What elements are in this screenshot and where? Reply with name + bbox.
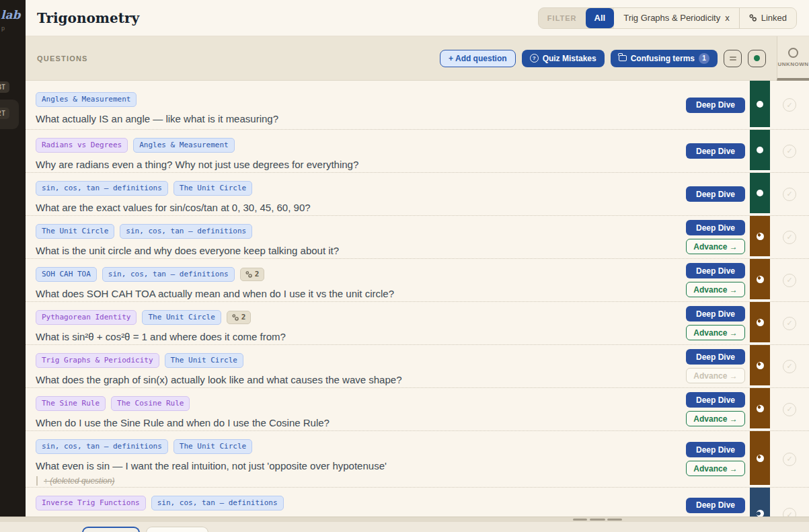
question-row[interactable]: Angles & Measurement What actually IS an… [26,81,809,130]
topic-tag[interactable]: The Unit Circle [142,310,221,325]
folder-icon [619,55,627,61]
advance-button[interactable]: Advance → [686,325,745,340]
question-row[interactable]: Pythagorean Identity The Unit Circle 2 W… [26,302,809,345]
topic-tag[interactable]: Trig Graphs & Periodicity [36,353,159,368]
unknown-column-header[interactable]: UNKNOWN [777,36,809,81]
deep-dive-button[interactable]: Deep Dive [686,186,745,202]
topic-tag[interactable]: sin, cos, tan — definitions [151,496,284,510]
topic-tag[interactable]: sin, cos, tan — definitions [120,224,252,239]
question-row[interactable]: The Sine Rule The Cosine Rule When do I … [26,388,809,431]
sidebar-item-badge-2[interactable]: 2T [0,108,9,119]
unknown-check-cell[interactable]: ✓ [770,431,809,487]
topic-tag[interactable]: The Unit Circle [174,439,252,454]
filter-topic-chip[interactable]: Trig Graphs & Periodicity x [614,8,739,28]
question-row[interactable]: sin, cos, tan — definitions The Unit Cir… [26,173,809,216]
deep-dive-button[interactable]: Deep Dive [686,498,745,513]
status-strip-cell[interactable] [750,431,770,487]
question-row[interactable]: sin, cos, tan — definitions The Unit Cir… [26,431,809,488]
unknown-check-cell[interactable]: ✓ [770,302,809,344]
unknown-check-cell[interactable]: ✓ [770,259,809,301]
status-strip-cell[interactable] [750,173,770,215]
check-circle-icon: ✓ [783,403,796,416]
scrollbar-segment[interactable] [607,519,622,521]
partial-button-secondary[interactable] [146,527,208,532]
linked-count-chip[interactable]: 2 [227,311,252,324]
check-circle-icon: ✓ [783,508,796,517]
topic-tag[interactable]: The Sine Rule [36,396,106,411]
status-strip-cell[interactable] [750,302,770,344]
questions-list: Angles & Measurement What actually IS an… [26,81,809,517]
topic-tag[interactable]: Angles & Measurement [36,92,137,107]
unknown-check-cell[interactable]: ✓ [770,81,809,129]
linked-count-chip[interactable]: 2 [240,268,265,281]
topic-tag[interactable]: The Unit Circle [174,181,252,196]
topic-tag[interactable]: Inverse Trig Functions [36,496,146,510]
advance-button[interactable]: Advance → [686,411,745,426]
advance-button[interactable]: Advance → [686,461,745,476]
status-strip-cell[interactable] [750,216,770,258]
deep-dive-button[interactable]: Deep Dive [686,143,745,159]
unknown-check-cell[interactable]: ✓ [770,388,809,430]
status-strip-cell[interactable] [750,130,770,172]
app-logo[interactable]: lab [1,8,20,22]
topic-tag[interactable]: sin, cos, tan — definitions [36,181,168,196]
status-strip-cell[interactable] [750,345,770,387]
deep-dive-button[interactable]: Deep Dive [686,306,745,321]
status-strip-cell[interactable] [750,259,770,301]
confusing-terms-label: Confusing terms [631,54,695,63]
status-strip-cell[interactable] [750,81,770,129]
scrollbar-segment[interactable] [573,519,587,521]
topic-tag[interactable]: The Unit Circle [165,353,243,368]
check-circle-icon: ✓ [783,231,796,244]
unknown-check-cell[interactable]: ✓ [770,216,809,258]
status-dot [757,101,763,108]
scrollbar-segment[interactable] [590,519,605,521]
topic-tag[interactable]: sin, cos, tan — definitions [36,439,168,454]
topic-tag[interactable]: sin, cos, tan — definitions [102,267,235,282]
list-view-button[interactable] [724,50,742,67]
partial-button-primary[interactable] [82,527,140,532]
filter-linked-button[interactable]: Linked [740,8,796,28]
topic-tag[interactable]: SOH CAH TOA [36,267,97,282]
filter-chip-remove-icon[interactable]: x [725,13,730,23]
unknown-check-cell[interactable]: ✓ [770,173,809,215]
check-circle-icon: ✓ [783,317,796,330]
status-dot-filter-button[interactable] [748,50,766,67]
top-header: Trigonometry FILTER All Trig Graphs & Pe… [26,0,809,36]
advance-button-disabled: Advance → [686,368,745,383]
add-question-button[interactable]: + Add question [440,50,516,67]
deep-dive-button[interactable]: Deep Dive [686,98,745,113]
deep-dive-button[interactable]: Deep Dive [686,392,745,408]
status-strip-cell[interactable] [750,388,770,430]
status-dot [757,405,764,412]
deep-dive-button[interactable]: Deep Dive [686,263,745,278]
topic-tag[interactable]: The Cosine Rule [111,396,190,411]
scrollbar-track [0,517,809,522]
topic-tag[interactable]: Radians vs Degrees [36,138,128,153]
confusing-terms-button[interactable]: Confusing terms 1 [611,50,718,67]
deep-dive-button[interactable]: Deep Dive [686,220,745,235]
topic-tag[interactable]: Pythagorean Identity [36,310,137,325]
question-row[interactable]: Inverse Trig Functions sin, cos, tan — d… [26,488,809,517]
question-row[interactable]: SOH CAH TOA sin, cos, tan — definitions … [26,259,809,302]
status-dot [757,319,764,326]
deep-dive-button[interactable]: Deep Dive [686,349,745,365]
sidebar-item-badge-1[interactable]: BT [0,81,9,93]
unknown-check-cell[interactable]: ✓ [770,488,809,517]
deep-dive-button[interactable]: Deep Dive [686,442,745,457]
unknown-check-cell[interactable]: ✓ [770,345,809,387]
question-row[interactable]: Trig Graphs & Periodicity The Unit Circl… [26,345,809,388]
status-strip-cell[interactable] [750,488,770,517]
topic-tag[interactable]: Angles & Measurement [133,138,234,153]
advance-button[interactable]: Advance → [686,239,745,254]
quiz-mistakes-button[interactable]: ? Quiz Mistakes [522,50,605,67]
question-row[interactable]: Radians vs Degrees Angles & Measurement … [26,130,809,173]
status-dot [757,362,764,369]
lines-icon [730,56,736,58]
advance-button[interactable]: Advance → [686,282,745,297]
green-dot-icon [754,55,760,61]
filter-all-button[interactable]: All [586,8,615,28]
topic-tag[interactable]: The Unit Circle [36,224,114,239]
question-row[interactable]: The Unit Circle sin, cos, tan — definiti… [26,216,809,259]
unknown-check-cell[interactable]: ✓ [770,130,809,172]
